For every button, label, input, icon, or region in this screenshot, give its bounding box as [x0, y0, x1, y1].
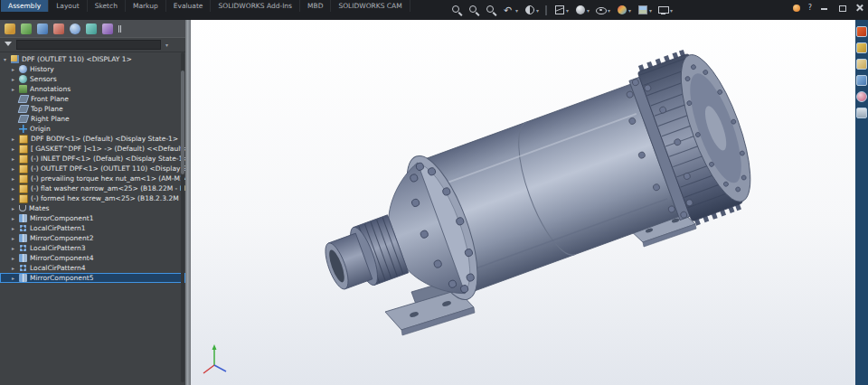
tree-item[interactable]: Annotations — [0, 84, 185, 94]
hud-button-edit-appearance[interactable]: ▾ — [614, 3, 633, 17]
commandmanager-tab[interactable]: Assembly — [1, 0, 49, 12]
hud-button-hide-show-items[interactable]: ▾ — [593, 3, 612, 17]
dpf-model[interactable] — [191, 20, 855, 385]
tree-item[interactable]: MirrorComponent1 — [0, 213, 185, 223]
taskpane-button-design-library[interactable] — [856, 42, 867, 53]
tree-item[interactable]: (-) INLET DPF<1> (Default) <Display Stat… — [0, 154, 185, 164]
hud-button-zoom-to-fit[interactable] — [467, 3, 482, 17]
tree-item-label: DPF (OUTLET 110) <DISPLAY 1> — [22, 55, 185, 63]
tree-item-icon — [19, 135, 28, 144]
tree-item[interactable]: LocalCirPattern4 — [0, 263, 185, 273]
tab-label: Markup — [133, 2, 158, 10]
panel-tab-cam-operation-tree-tab[interactable] — [102, 23, 113, 34]
expand-arrow-icon[interactable] — [12, 144, 19, 154]
tree-item-label: LocalCirPattern1 — [30, 224, 185, 232]
tree-item[interactable]: (-) flat washer narrow_am<25> (B18.22M -… — [0, 183, 185, 193]
expand-arrow-icon[interactable] — [12, 74, 19, 84]
taskpane-button-appearances-scenes[interactable] — [856, 91, 867, 102]
tree-item[interactable]: DPF BODY<1> (Default) <Display State-1> — [0, 134, 185, 144]
expand-arrow-icon[interactable] — [12, 174, 19, 183]
title-bar: Assembly Layout Sketch Markup Evaluate S… — [0, 0, 868, 20]
close-button[interactable] — [854, 4, 863, 12]
commandmanager-tab[interactable]: SOLIDWORKS Add-Ins — [211, 0, 300, 12]
dpf-canister[interactable] — [300, 41, 767, 349]
panel-tab-display-manager-tab[interactable] — [70, 23, 80, 34]
hud-button-search[interactable] — [449, 3, 465, 17]
expand-arrow-icon[interactable] — [4, 54, 11, 64]
expand-arrow-icon[interactable] — [12, 223, 19, 233]
expand-arrow-icon[interactable] — [12, 84, 19, 94]
panel-tab-cam-feature-tree-tab[interactable] — [86, 23, 97, 34]
hud-button-apply-scene[interactable]: ▾ — [635, 3, 654, 17]
help-button[interactable]: ? — [808, 4, 812, 12]
panel-tab-configuration-manager-tab[interactable] — [37, 23, 48, 34]
tree-item-label: (-) flat washer narrow_am<25> (B18.22M -… — [31, 184, 185, 192]
panel-tab-property-manager-tab[interactable] — [21, 23, 32, 34]
commandmanager-tab[interactable]: Sketch — [88, 0, 126, 12]
panel-tab-pane-overflow[interactable] — [118, 25, 127, 33]
hud-button-display-style[interactable]: ▾ — [572, 3, 591, 17]
tree-item[interactable]: (-) prevailing torque hex nut_am<1> (AM-… — [0, 174, 185, 183]
tree-scrollbar-thumb[interactable] — [181, 70, 184, 174]
tree-filter-input[interactable] — [16, 40, 161, 50]
tree-item[interactable]: MirrorComponent5 — [0, 273, 185, 283]
tree-item[interactable]: Mates — [0, 203, 185, 213]
tree-item[interactable]: History — [0, 64, 185, 74]
tree-item-label: MirrorComponent1 — [30, 214, 185, 222]
tree-item[interactable]: Front Plane — [0, 94, 185, 104]
expand-arrow-icon[interactable] — [12, 203, 19, 213]
expand-arrow-icon[interactable] — [12, 64, 19, 74]
expand-arrow-icon[interactable] — [12, 273, 19, 283]
tree-item[interactable]: (-) formed hex screw_am<25> (B18.2.3.2M … — [0, 193, 185, 203]
taskpane-button-file-explorer[interactable] — [856, 59, 867, 70]
expand-arrow-icon[interactable] — [12, 134, 19, 144]
filter-options-icon[interactable]: ▾ — [165, 42, 168, 48]
expand-arrow-icon[interactable] — [12, 164, 19, 174]
tree-item[interactable]: LocalCirPattern1 — [0, 223, 185, 233]
commandmanager-tab[interactable]: SOLIDWORKS CAM — [331, 0, 410, 12]
hud-button-separator[interactable] — [542, 3, 550, 17]
hud-button-view-orientation[interactable]: ▾ — [552, 3, 571, 17]
restore-button[interactable] — [837, 4, 846, 12]
hud-button-view-settings[interactable]: ▾ — [656, 3, 675, 17]
minimize-button[interactable] — [820, 4, 829, 12]
tree-item[interactable]: Origin — [0, 124, 185, 134]
expand-arrow-icon[interactable] — [12, 233, 19, 243]
tree-item-icon — [19, 274, 27, 282]
commandmanager-tab[interactable]: Layout — [49, 0, 88, 12]
panel-tab-dimxpert-manager-tab[interactable] — [53, 23, 64, 34]
expand-arrow-icon[interactable] — [12, 213, 19, 223]
commandmanager-tab[interactable]: Markup — [126, 0, 166, 12]
tree-item[interactable]: DPF (OUTLET 110) <DISPLAY 1> — [0, 54, 185, 64]
tree-item[interactable]: MirrorComponent4 — [0, 253, 185, 263]
expand-arrow-icon[interactable] — [12, 243, 19, 253]
chevron-down-icon: ▾ — [536, 7, 539, 14]
tree-item-label: Right Plane — [31, 115, 185, 123]
expand-arrow-icon[interactable] — [12, 263, 19, 273]
login-icon[interactable] — [793, 5, 800, 12]
expand-arrow-icon[interactable] — [12, 253, 19, 263]
commandmanager-tab[interactable]: MBD — [300, 0, 331, 12]
expand-arrow-icon[interactable] — [12, 154, 19, 164]
tree-item[interactable]: [ GASKET^DPF ]<1> -> (Default) <<Default… — [0, 144, 185, 154]
hud-button-section-view[interactable]: ▾ — [522, 3, 541, 17]
expand-arrow-icon[interactable] — [12, 193, 19, 203]
tree-scrollbar[interactable] — [181, 52, 184, 382]
reference-triad[interactable] — [203, 344, 226, 373]
expand-arrow-icon[interactable] — [12, 183, 19, 193]
commandmanager-tab[interactable]: Evaluate — [166, 0, 212, 12]
tree-item[interactable]: Right Plane — [0, 114, 185, 124]
tree-item[interactable]: (-) OUTLET DPF<1> (OUTLET 110) <Display … — [0, 164, 185, 174]
tree-item[interactable]: Sensors — [0, 74, 185, 84]
tree-item[interactable]: MirrorComponent2 — [0, 233, 185, 243]
panel-tab-feature-tree-tab[interactable] — [5, 23, 15, 34]
taskpane-button-custom-properties[interactable] — [856, 108, 867, 118]
taskpane-button-view-palette[interactable] — [856, 75, 867, 86]
hud-button-zoom-to-area[interactable] — [484, 3, 499, 17]
hud-button-previous-view[interactable]: ▾ — [501, 3, 520, 17]
tree-item[interactable]: LocalCirPattern3 — [0, 243, 185, 253]
graphics-area[interactable] — [191, 20, 855, 385]
taskpane-button-solidworks-resources[interactable] — [856, 26, 867, 37]
task-pane — [855, 20, 868, 385]
tree-item[interactable]: Top Plane — [0, 104, 185, 114]
